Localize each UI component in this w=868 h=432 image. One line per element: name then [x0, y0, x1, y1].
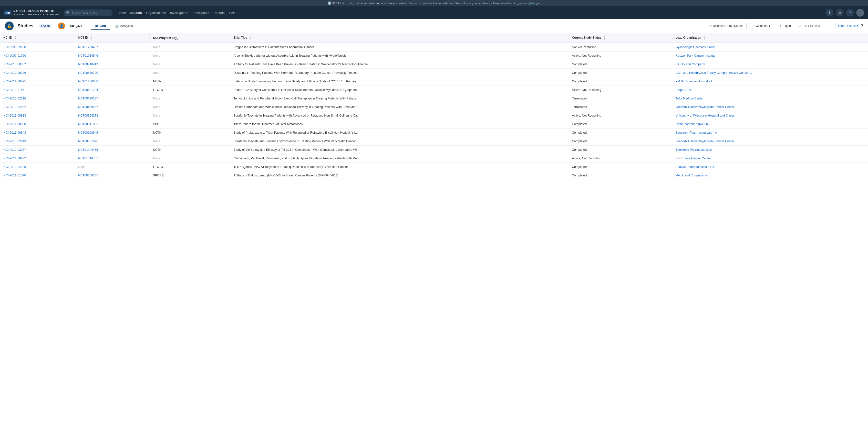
- tab-analytics-label: Analytics: [120, 24, 133, 28]
- nav-studies[interactable]: Studies: [130, 11, 142, 15]
- tab-grid[interactable]: ⊞ Grid: [91, 23, 110, 30]
- col-header-program-ids[interactable]: NCI Program ID(s): [150, 33, 230, 43]
- nci-id-link[interactable]: NCI-2011-00843: [3, 131, 26, 135]
- nci-id-link[interactable]: NCI-2011-00850: [3, 122, 26, 126]
- nci-id-link[interactable]: NCI-2010-02243: [3, 140, 26, 143]
- toolbar: ⚕ Disease Group: Search ✓ Columns ▾ ⬆ Ex…: [707, 23, 863, 29]
- lead-org-link[interactable]: YM BioSciences Australia Ltd: [675, 80, 715, 83]
- studies-icon: 🔒: [5, 22, 14, 30]
- lead-org-link[interactable]: Roswell Park Cancer Institute: [675, 54, 715, 57]
- col-header-nci-id[interactable]: NCI ID ▲▼: [0, 33, 75, 43]
- filter-studies-input[interactable]: [797, 23, 836, 29]
- beta-banner-text: STRAP is in beta, data is sensitive and …: [332, 2, 512, 5]
- table-body: NCI-9999-99000NCT01208467NonePrognostic …: [0, 43, 868, 180]
- nav-participants[interactable]: Participants: [193, 11, 209, 15]
- nct-id-link[interactable]: NCT00570700: [78, 71, 98, 75]
- nct-id-link[interactable]: NCT01316757: [78, 156, 98, 160]
- program-id-value: None: [153, 140, 160, 143]
- table-row: NCI-2010-02252NCT00469937NoneLithium Car…: [0, 103, 868, 111]
- settings-button[interactable]: ⚙: [836, 9, 844, 17]
- lead-org-link[interactable]: Anadys Pharmaceuticals Inc: [675, 165, 714, 169]
- nci-id-link[interactable]: NCI-2009-01660: [3, 54, 26, 57]
- nci-id-link[interactable]: NCI-2011-00025: [3, 80, 26, 83]
- nav-home[interactable]: Home: [117, 11, 126, 15]
- lead-org-link[interactable]: Eli Lilly and Company: [675, 62, 705, 66]
- nci-id-link[interactable]: NCI-2011-00813: [3, 114, 26, 117]
- nct-id-link[interactable]: NCT00718419: [78, 62, 98, 66]
- nct-id-link[interactable]: NCT00531284: [78, 88, 98, 92]
- nci-id-link[interactable]: NCI-2010-02252: [3, 105, 26, 109]
- tab-analytics[interactable]: 📊 Analytics: [111, 23, 137, 30]
- nav-reports[interactable]: Reports: [214, 11, 225, 15]
- nct-id-link[interactable]: NCT00511862: [78, 122, 98, 126]
- lead-org-link[interactable]: Vanderbilt University/Ingram Cancer Cent…: [675, 140, 734, 143]
- program-id-value: None: [153, 62, 160, 66]
- export-button[interactable]: ⬆ Export: [776, 23, 794, 29]
- cell-lead-org: Vanderbilt University/Ingram Cancer Cent…: [672, 103, 868, 111]
- cell-status: Completed: [568, 69, 672, 77]
- lead-org-link[interactable]: UC Irvine Health/Chao Family Comprehensi…: [675, 71, 752, 75]
- nci-id-link[interactable]: NCI-2011-00272: [3, 156, 26, 160]
- nct-id-link[interactable]: NCT01014546: [78, 54, 98, 57]
- cell-lead-org: Tufts Medical Center: [672, 94, 868, 103]
- beta-banner-email[interactable]: ctrp_support@nih.gov: [513, 2, 540, 5]
- lead-org-link[interactable]: Gynecologic Oncology Group: [675, 46, 715, 49]
- columns-chevron-icon: ▾: [769, 24, 770, 28]
- nci-id-link[interactable]: NCI-2010-02216: [3, 97, 26, 100]
- nct-id-link[interactable]: NCT01236638: [78, 80, 98, 83]
- nav-help[interactable]: Help: [229, 11, 236, 15]
- download-button[interactable]: ⬇: [826, 9, 833, 17]
- cell-nci-id: NCI-2011-00850: [0, 120, 75, 128]
- nci-id-link[interactable]: NCI-2011-01090: [3, 174, 26, 177]
- nct-id-link[interactable]: NCT01208467: [78, 46, 98, 49]
- nct-id-link[interactable]: NCT00469937: [78, 105, 98, 109]
- nav-organizations[interactable]: Organizations: [146, 11, 166, 15]
- lead-org-link[interactable]: Name not found (No ID): [675, 122, 708, 126]
- cell-program-ids: None: [150, 69, 230, 77]
- nct-id-link[interactable]: NCT00759785: [78, 174, 98, 177]
- table-help-button[interactable]: ?: [861, 24, 863, 29]
- nct-id-link[interactable]: NCT01144455: [78, 148, 98, 151]
- user-avatar[interactable]: [856, 9, 864, 17]
- nav-investigators[interactable]: Investigators: [170, 11, 188, 15]
- lead-org-link[interactable]: Fox Chase Cancer Center: [675, 156, 711, 160]
- disease-group-button[interactable]: ⚕ Disease Group: Search: [707, 23, 747, 29]
- nct-id-link[interactable]: NCT00998946: [78, 131, 98, 135]
- filter-wrapper: ▽: [797, 23, 836, 29]
- col-header-status[interactable]: Current Study Status ▲▼: [568, 33, 672, 43]
- cell-lead-org: Amgen, Inc.: [672, 86, 868, 94]
- lead-org-link[interactable]: University of Wisconsin Hospital and Cli…: [675, 114, 735, 117]
- nct-id-link[interactable]: NCT00954278: [78, 114, 98, 117]
- lead-org-link[interactable]: Threshold Pharmaceuticals: [675, 148, 712, 151]
- nci-id-link[interactable]: NCI-2010-00052: [3, 62, 26, 66]
- lead-org-link[interactable]: Tufts Medical Center: [675, 97, 704, 100]
- lead-org-link[interactable]: Merck and Company Inc: [675, 174, 708, 177]
- lead-org-link[interactable]: Vanderbilt University/Ingram Cancer Cent…: [675, 105, 734, 109]
- columns-button[interactable]: ✓ Columns ▾: [749, 23, 773, 29]
- nct-id-link[interactable]: NCT00837876: [78, 140, 98, 143]
- col-header-lead-org[interactable]: Lead Organization ▲▼: [672, 33, 868, 43]
- columns-checkmark-icon: ✓: [752, 24, 755, 28]
- nci-id-link[interactable]: NCI-2010-02237: [3, 148, 26, 151]
- filter-icon: ▽: [799, 24, 801, 28]
- cell-nci-id: NCI-2010-02237: [0, 146, 75, 154]
- lead-org-link[interactable]: Amgen, Inc.: [675, 88, 692, 92]
- nci-id-link[interactable]: NCI-9999-99000: [3, 46, 26, 49]
- nct-id-link[interactable]: NCT00629187: [78, 97, 98, 100]
- cell-program-ids: None: [150, 154, 230, 163]
- table-container: NCI ID ▲▼ NCT ID ▲▼ NCI Program ID(s) Br…: [0, 33, 868, 432]
- program-id-value: NCTN: [153, 148, 162, 151]
- col-header-brief-title[interactable]: Brief Title ▲▼: [230, 33, 568, 43]
- help-button[interactable]: ?: [846, 9, 854, 17]
- lead-org-link[interactable]: Spectrum Pharmaceuticals Inc: [675, 131, 717, 135]
- nci-id-link[interactable]: NCI-2010-00336: [3, 71, 26, 75]
- col-header-nct-id[interactable]: NCT ID ▲▼: [75, 33, 149, 43]
- cell-lead-org: Fox Chase Cancer Center: [672, 154, 868, 163]
- filter-options-button[interactable]: Filter Options ▾: [838, 24, 858, 28]
- nci-id-link[interactable]: NCI-2010-01651: [3, 88, 26, 92]
- sort-arrows-org: ▲▼: [703, 35, 706, 40]
- table-row: NCI-2010-02216NCT00629187NoneTemozolomid…: [0, 94, 868, 103]
- nci-id-link[interactable]: NCI-2010-02239: [3, 165, 26, 169]
- search-input[interactable]: [64, 9, 113, 16]
- cell-nct-id: NCT00511862: [75, 120, 149, 128]
